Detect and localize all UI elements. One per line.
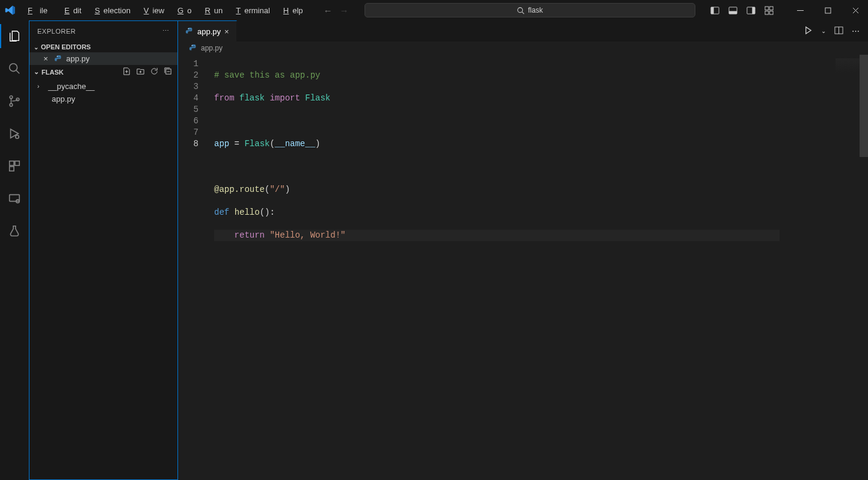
chevron-right-icon: ›	[37, 83, 45, 90]
nav-back-icon[interactable]: ←	[324, 5, 333, 16]
search-value: flask	[528, 6, 543, 14]
tab-close-icon[interactable]: ×	[224, 27, 229, 36]
activity-run-debug[interactable]	[0, 124, 29, 143]
svg-rect-11	[769, 11, 773, 14]
search-icon	[517, 7, 525, 14]
tab-apppy[interactable]: app.py ×	[178, 20, 237, 42]
close-editor-icon[interactable]: ×	[41, 54, 51, 63]
svg-line-1	[522, 11, 524, 13]
line-gutter: 12345678	[178, 55, 208, 480]
close-button[interactable]	[850, 7, 861, 14]
new-file-icon[interactable]	[122, 67, 131, 77]
activity-source-control[interactable]	[0, 91, 29, 111]
menu-edit[interactable]: Edit	[57, 4, 85, 17]
activity-search[interactable]	[0, 59, 29, 78]
split-editor-icon[interactable]	[834, 26, 843, 37]
nav-arrows: ← →	[324, 5, 349, 16]
menu-help[interactable]: Help	[276, 4, 307, 17]
svg-rect-10	[765, 11, 768, 14]
open-editors-header[interactable]: ⌄ OPEN EDITORS	[29, 42, 177, 52]
menu-view[interactable]: View	[137, 4, 168, 17]
svg-point-21	[16, 135, 19, 139]
python-file-icon	[54, 55, 63, 63]
svg-rect-8	[765, 6, 768, 10]
svg-point-30	[188, 28, 189, 29]
run-dropdown-icon[interactable]: ⌄	[821, 28, 826, 34]
svg-rect-5	[728, 11, 736, 14]
breadcrumb[interactable]: app.py	[178, 42, 868, 55]
activity-extensions[interactable]	[0, 156, 29, 176]
collapse-all-icon[interactable]	[164, 67, 173, 77]
svg-line-17	[16, 70, 20, 74]
new-folder-icon[interactable]	[136, 67, 145, 77]
chevron-down-icon: ⌄	[34, 44, 38, 51]
editor-tabs: app.py × ⌄ ⋯	[178, 20, 868, 42]
menu-file[interactable]: File	[20, 4, 55, 17]
python-file-icon	[189, 44, 197, 52]
explorer-title: EXPLORER	[37, 28, 76, 35]
vertical-scrollbar[interactable]	[860, 55, 868, 480]
activity-bar	[0, 20, 29, 480]
layout-controls	[709, 6, 774, 15]
toggle-panel-icon[interactable]	[727, 6, 738, 15]
tree-file-apppy[interactable]: app.py	[29, 93, 177, 105]
folder-header[interactable]: ⌄ FLASK	[29, 65, 177, 79]
refresh-icon[interactable]	[150, 67, 159, 77]
activity-testing[interactable]	[0, 221, 29, 241]
menu-run[interactable]: Run	[197, 4, 226, 17]
editor-area: app.py × ⌄ ⋯ app.py 12345678 # save this…	[178, 20, 868, 480]
menu-terminal[interactable]: Terminal	[229, 4, 274, 17]
tab-label: app.py	[197, 27, 221, 36]
file-tree: › __pycache__ app.py	[29, 79, 177, 106]
svg-point-18	[10, 96, 13, 99]
svg-rect-24	[10, 167, 14, 171]
svg-rect-25	[10, 195, 20, 202]
activity-explorer[interactable]	[0, 26, 29, 46]
explorer-more-icon[interactable]: ⋯	[162, 27, 170, 35]
menu-bar: File Edit Selection View Go Run Terminal…	[20, 4, 307, 17]
chevron-down-icon: ⌄	[34, 68, 39, 76]
activity-remote[interactable]	[0, 189, 29, 208]
svg-rect-9	[769, 6, 773, 10]
minimap[interactable]	[836, 58, 860, 73]
command-center-search[interactable]: flask	[365, 3, 695, 17]
svg-point-19	[10, 103, 13, 106]
vscode-logo-icon	[5, 5, 16, 16]
customize-layout-icon[interactable]	[763, 6, 774, 15]
svg-rect-22	[10, 161, 14, 165]
tree-folder-pycache[interactable]: › __pycache__	[29, 80, 177, 93]
svg-rect-3	[710, 7, 713, 13]
svg-point-27	[57, 55, 58, 56]
svg-point-16	[10, 64, 17, 72]
python-file-icon	[37, 95, 48, 103]
svg-point-0	[517, 7, 522, 12]
svg-rect-13	[825, 8, 831, 13]
python-file-icon	[185, 27, 194, 35]
titlebar: File Edit Selection View Go Run Terminal…	[0, 0, 868, 20]
code-content: # save this as app.py from flask import …	[208, 55, 780, 480]
code-editor[interactable]: 12345678 # save this as app.py from flas…	[178, 55, 868, 480]
explorer-sidebar: EXPLORER ⋯ ⌄ OPEN EDITORS × app.py ⌄ FLA…	[29, 20, 178, 480]
svg-rect-23	[15, 161, 19, 165]
nav-forward-icon[interactable]: →	[340, 5, 349, 16]
window-controls	[795, 7, 861, 14]
menu-go[interactable]: Go	[170, 4, 195, 17]
open-editor-item[interactable]: × app.py	[29, 52, 177, 65]
open-editor-filename: app.py	[66, 54, 90, 63]
menu-selection[interactable]: Selection	[87, 4, 134, 17]
toggle-primary-sidebar-icon[interactable]	[709, 6, 720, 15]
svg-point-33	[192, 45, 192, 46]
svg-rect-7	[752, 7, 755, 13]
maximize-button[interactable]	[822, 7, 833, 14]
toggle-secondary-sidebar-icon[interactable]	[745, 6, 756, 15]
editor-more-icon[interactable]: ⋯	[852, 26, 860, 35]
minimize-button[interactable]	[795, 7, 805, 14]
run-file-icon[interactable]	[804, 26, 813, 37]
folder-name: FLASK	[42, 69, 64, 76]
